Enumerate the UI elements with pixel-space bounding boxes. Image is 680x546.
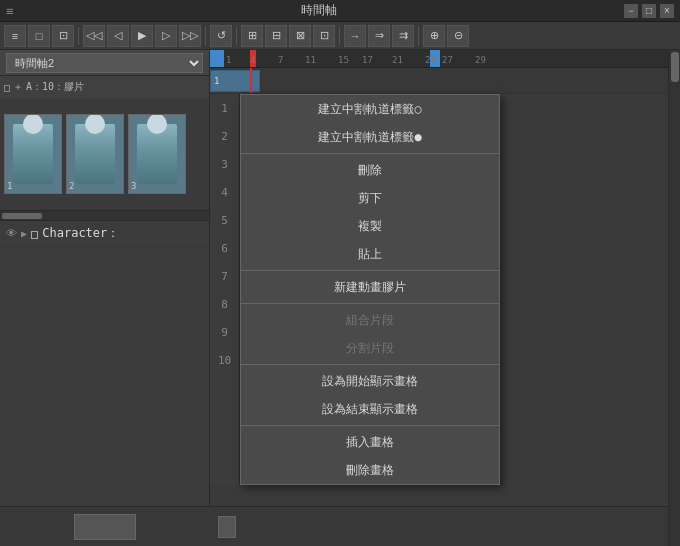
menu-item-delete[interactable]: 刪除 — [241, 156, 499, 184]
frame-thumb-3[interactable]: 3 — [128, 114, 186, 194]
left-bottom — [0, 506, 210, 546]
split-button[interactable]: ⊠ — [289, 25, 311, 47]
merge-button[interactable]: ⊡ — [313, 25, 335, 47]
separator-c — [241, 303, 499, 304]
toolbar: ≡ □ ⊡ ◁◁ ◁ ▶ ▷ ▷▷ ↺ ⊞ ⊟ ⊠ ⊡ → ⇒ ⇉ ⊕ ⊝ — [0, 22, 680, 50]
layer-row-character[interactable]: 👁 ▶ □ Character： — [0, 221, 209, 247]
line-4: 4 — [210, 178, 239, 206]
line-5: 5 — [210, 206, 239, 234]
left-panel: 時間軸2 □ ＋ A：10：膠片 1 — [0, 50, 210, 546]
zoom-in-button[interactable]: ⊕ — [423, 25, 445, 47]
separator-5 — [418, 27, 419, 45]
frame-num-4: 4 — [250, 55, 255, 65]
scrollbar-thumb[interactable] — [2, 213, 42, 219]
frame-thumb-2[interactable]: 2 — [66, 114, 124, 194]
menu-item-delete-frame[interactable]: 刪除畫格 — [241, 456, 499, 484]
line-3: 3 — [210, 150, 239, 178]
bottom-btn-1[interactable] — [218, 516, 236, 538]
menu-button[interactable]: ≡ — [4, 25, 26, 47]
filmstrip-scrollbar[interactable] — [0, 210, 209, 220]
frame-thumb-1[interactable]: 1 — [4, 114, 62, 194]
zoom-out-button[interactable]: ⊝ — [447, 25, 469, 47]
titlebar: ≡ 時間軸 － □ × — [0, 0, 680, 22]
play-button[interactable]: ▶ — [131, 25, 153, 47]
close-button[interactable]: × — [660, 4, 674, 18]
folder-icon: ▶ — [21, 228, 27, 239]
separator-4 — [339, 27, 340, 45]
next-end-button[interactable]: ▷▷ — [179, 25, 201, 47]
frame-num-27: 27 — [442, 55, 453, 65]
frame-figure-3 — [137, 124, 177, 184]
vertical-scrollbar-thumb[interactable] — [671, 52, 679, 82]
layer-area: 👁 ▶ □ Character： — [0, 221, 209, 546]
frame-num-3: 3 — [131, 181, 136, 191]
timeline-character-row[interactable]: 1 — [210, 68, 680, 94]
minimize-button[interactable]: － — [624, 4, 638, 18]
visibility-icon[interactable]: 👁 — [6, 227, 17, 240]
frame-num-1: 1 — [226, 55, 231, 65]
filmstrip-label: A：10：膠片 — [26, 80, 84, 94]
menu-item-create-hollow[interactable]: 建立中割軌道標籤○ — [241, 95, 499, 123]
line-6: 6 — [210, 234, 239, 262]
film-block-1[interactable]: 1 — [210, 70, 260, 92]
menu-item-insert-frame[interactable]: 插入畫格 — [241, 428, 499, 456]
frame-num-11: 11 — [305, 55, 316, 65]
remove-frame-button[interactable]: ⊟ — [265, 25, 287, 47]
titlebar-menu: ≡ — [6, 4, 13, 18]
main-area: 時間軸2 □ ＋ A：10：膠片 1 — [0, 50, 680, 546]
menu-item-create-filled[interactable]: 建立中割軌道標籤● — [241, 123, 499, 151]
prev-start-button[interactable]: ◁◁ — [83, 25, 105, 47]
separator-d — [241, 364, 499, 365]
frame-num-15: 15 — [338, 55, 349, 65]
new-button[interactable]: □ — [28, 25, 50, 47]
line-9: 9 — [210, 318, 239, 346]
timeline-dropdown[interactable]: 時間軸2 — [6, 53, 203, 73]
settings-button[interactable]: ⊡ — [52, 25, 74, 47]
titlebar-title: 時間軸 — [13, 2, 624, 19]
next-button[interactable]: ▷ — [155, 25, 177, 47]
timeline-numbers-row: 1 4 7 11 15 17 21 25 27 29 — [210, 50, 680, 68]
loop-button[interactable]: ↺ — [210, 25, 232, 47]
separator-1 — [78, 27, 79, 45]
add-layer-button[interactable] — [74, 514, 136, 540]
menu-item-cut[interactable]: 剪下 — [241, 184, 499, 212]
line-numbers: 1 2 3 4 5 6 7 8 9 10 — [210, 94, 240, 485]
line-8: 8 — [210, 290, 239, 318]
filmstrip-frames: 1 2 3 — [0, 98, 209, 210]
separator-3 — [236, 27, 237, 45]
filmstrip-toolbar: □ ＋ A：10：膠片 — [0, 76, 209, 98]
menu-icon: ≡ — [6, 4, 13, 18]
timeline-selector[interactable]: 時間軸2 — [0, 50, 209, 76]
frame-head-1 — [23, 114, 43, 134]
film-block-label-1: 1 — [214, 76, 219, 86]
right-scrollbar[interactable] — [668, 50, 680, 546]
menu-item-new-animation[interactable]: 新建動畫膠片 — [241, 273, 499, 301]
menu-item-set-start[interactable]: 設為開始顯示畫格 — [241, 367, 499, 395]
playhead-line — [250, 68, 252, 93]
titlebar-controls[interactable]: － □ × — [624, 4, 674, 18]
keyframe-button[interactable]: → — [344, 25, 366, 47]
menu-item-copy[interactable]: 複製 — [241, 212, 499, 240]
layer-name: Character： — [42, 225, 119, 242]
frame-head-2 — [85, 114, 105, 134]
menu-item-split[interactable]: 分割片段 — [241, 334, 499, 362]
tween-button[interactable]: ⇒ — [368, 25, 390, 47]
separator-2 — [205, 27, 206, 45]
frame-num-21: 21 — [392, 55, 403, 65]
frame-num-2: 2 — [69, 181, 74, 191]
menu-item-set-end[interactable]: 設為結束顯示畫格 — [241, 395, 499, 423]
menu-item-combine[interactable]: 組合片段 — [241, 306, 499, 334]
context-menu-area: 1 2 3 4 5 6 7 8 9 10 建立中割軌道標籤○ 建立中割軌道標籤●… — [210, 94, 500, 485]
filmstrip-area: □ ＋ A：10：膠片 1 2 — [0, 76, 209, 221]
frame-num-1: 1 — [7, 181, 12, 191]
maximize-button[interactable]: □ — [642, 4, 656, 18]
frame-num-29: 29 — [475, 55, 486, 65]
frame-head-3 — [147, 114, 167, 134]
layer-type-icon: □ — [31, 227, 38, 241]
onion-button[interactable]: ⇉ — [392, 25, 414, 47]
add-frame-button[interactable]: ⊞ — [241, 25, 263, 47]
filmstrip-add-icon[interactable]: ＋ — [13, 80, 23, 94]
prev-button[interactable]: ◁ — [107, 25, 129, 47]
menu-item-paste[interactable]: 貼上 — [241, 240, 499, 268]
separator-b — [241, 270, 499, 271]
